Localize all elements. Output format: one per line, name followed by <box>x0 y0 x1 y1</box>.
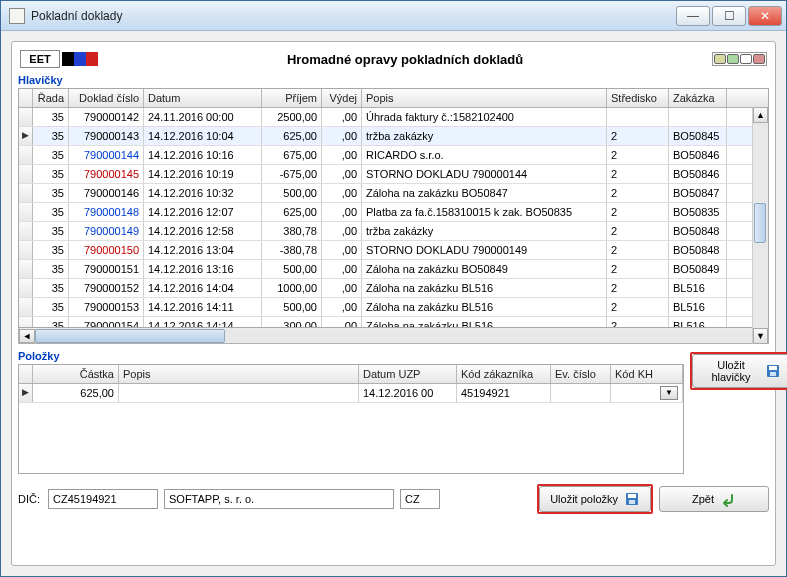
dic-label: DIČ: <box>18 493 40 505</box>
save-items-label: Uložit položky <box>550 493 618 505</box>
table-row[interactable]: 3579000015414.12.2016 14:14300,00,00Zálo… <box>19 317 768 327</box>
table-row[interactable]: 3579000014614.12.2016 10:32500,00,00Zálo… <box>19 184 768 203</box>
maximize-button[interactable]: ☐ <box>712 6 746 26</box>
firma-field[interactable] <box>164 489 394 509</box>
col-doklad[interactable]: Doklad číslo <box>69 89 144 107</box>
status-chip-3-icon <box>740 54 752 64</box>
chip-red-icon <box>86 52 98 66</box>
col2-kodzak[interactable]: Kód zákazníka <box>457 365 551 383</box>
table-row[interactable]: 3579000014514.12.2016 10:19-675,00,00STO… <box>19 165 768 184</box>
back-button[interactable]: Zpět <box>659 486 769 512</box>
chip-blue-icon <box>74 52 86 66</box>
grid1-hscroll[interactable]: ◄ ► <box>18 328 769 344</box>
col-vydej[interactable]: Výdej <box>322 89 362 107</box>
col2-castka[interactable]: Částka <box>33 365 119 383</box>
table-row[interactable]: 3579000015214.12.2016 14:041000,00,00Zál… <box>19 279 768 298</box>
table-row[interactable]: 3579000014914.12.2016 12:58380,78,00tržb… <box>19 222 768 241</box>
status-chips <box>712 52 767 66</box>
table-row[interactable]: 3579000014814.12.2016 12:07625,00,00Plat… <box>19 203 768 222</box>
zeme-field[interactable] <box>400 489 440 509</box>
status-chip-1-icon <box>714 54 726 64</box>
floppy-icon <box>624 491 640 507</box>
back-label: Zpět <box>692 493 714 505</box>
items-grid[interactable]: Částka Popis Datum UZP Kód zákazníka Ev.… <box>18 364 684 474</box>
grid1-vscroll[interactable]: ▲ ▼ <box>752 107 768 344</box>
table-row[interactable]: 3579000014224.11.2016 00:002500,00,00Úhr… <box>19 108 768 127</box>
table-row[interactable]: 3579000015014.12.2016 13:04-380,78,00STO… <box>19 241 768 260</box>
table-row[interactable]: ▶3579000014314.12.2016 10:04625,00,00trž… <box>19 127 768 146</box>
col2-kh[interactable]: Kód KH <box>611 365 683 383</box>
minimize-button[interactable]: — <box>676 6 710 26</box>
svg-rect-5 <box>629 500 635 504</box>
page-heading: Hromadné opravy pokladních dokladů <box>98 52 712 67</box>
return-icon <box>720 491 736 507</box>
eet-label: EET <box>20 50 60 68</box>
save-icon <box>765 363 781 379</box>
svg-rect-2 <box>770 372 776 376</box>
section-hlavicky-label: Hlavičky <box>18 74 769 86</box>
dic-field[interactable] <box>48 489 158 509</box>
items-row[interactable]: ▶625,0014.12.2016 0045194921▼ <box>19 384 683 403</box>
col-stredisko[interactable]: Středisko <box>607 89 669 107</box>
col-popis[interactable]: Popis <box>362 89 607 107</box>
save-items-button[interactable]: Uložit položky <box>539 486 651 512</box>
vscroll-thumb[interactable] <box>754 203 766 243</box>
save-headers-label: Uložit hlavičky <box>703 359 759 383</box>
chip-black-icon <box>62 52 74 66</box>
col-datum[interactable]: Datum <box>144 89 262 107</box>
hscroll-thumb[interactable] <box>35 329 225 343</box>
headers-grid[interactable]: Řada Doklad číslo Datum Příjem Výdej Pop… <box>18 88 769 328</box>
col-zakazka[interactable]: Zakázka <box>669 89 727 107</box>
status-chip-2-icon <box>727 54 739 64</box>
kh-dropdown-button[interactable]: ▼ <box>660 386 678 400</box>
table-row[interactable]: 3579000015314.12.2016 14:11500,00,00Zálo… <box>19 298 768 317</box>
svg-rect-1 <box>769 366 777 370</box>
status-chip-4-icon <box>753 54 765 64</box>
scroll-left-icon[interactable]: ◄ <box>19 329 35 343</box>
save-headers-button[interactable]: Uložit hlavičky <box>692 354 787 388</box>
svg-rect-4 <box>628 494 636 498</box>
col-rada[interactable]: Řada <box>33 89 69 107</box>
close-button[interactable]: ✕ <box>748 6 782 26</box>
scroll-down-icon[interactable]: ▼ <box>753 328 768 344</box>
table-row[interactable]: 3579000014414.12.2016 10:16675,00,00RICA… <box>19 146 768 165</box>
col2-popis[interactable]: Popis <box>119 365 359 383</box>
col2-ev[interactable]: Ev. číslo <box>551 365 611 383</box>
scroll-up-icon[interactable]: ▲ <box>753 107 768 123</box>
col-prijem[interactable]: Příjem <box>262 89 322 107</box>
app-icon <box>9 8 25 24</box>
window-title: Pokladní doklady <box>31 9 676 23</box>
col2-uzp[interactable]: Datum UZP <box>359 365 457 383</box>
section-polozky-label: Položky <box>18 350 684 362</box>
table-row[interactable]: 3579000015114.12.2016 13:16500,00,00Zálo… <box>19 260 768 279</box>
eet-color-chips <box>62 52 98 66</box>
titlebar[interactable]: Pokladní doklady — ☐ ✕ <box>1 1 786 31</box>
